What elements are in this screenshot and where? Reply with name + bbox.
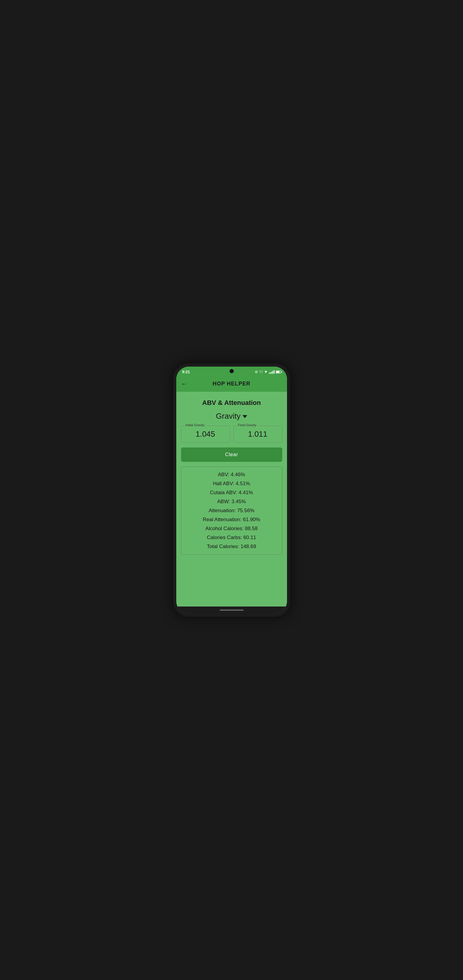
result-row: Hall ABV: 4.51% — [185, 481, 278, 487]
result-row: Total Calories: 148.69 — [185, 544, 278, 550]
signal-bars-icon — [269, 370, 274, 374]
home-indicator — [220, 609, 244, 611]
final-gravity-label: Final Gravity — [237, 423, 258, 427]
phone-screen: 9:21 ⚙ 🛡 ▼ — [176, 367, 287, 614]
status-icons: ⚙ 🛡 ▼ — [255, 370, 281, 374]
initial-gravity-value[interactable]: 1.045 — [185, 428, 226, 440]
section-title: ABV & Attenuation — [202, 399, 261, 407]
result-row: Attenuation: 75.56% — [185, 508, 278, 514]
gravity-dropdown-label: Gravity — [216, 412, 240, 421]
final-gravity-value[interactable]: 1.011 — [237, 428, 278, 440]
app-top-bar: ← HOP HELPER — [176, 376, 287, 392]
content-area: ABV & Attenuation Gravity Initial Gravit… — [176, 392, 287, 606]
phone-frame: 9:21 ⚙ 🛡 ▼ — [173, 364, 290, 617]
final-gravity-field[interactable]: Final Gravity 1.011 — [233, 426, 282, 443]
back-button[interactable]: ← — [181, 380, 188, 388]
chevron-down-icon — [243, 415, 247, 418]
result-row: Calories Carbs: 60.11 — [185, 535, 278, 541]
shield-icon: 🛡 — [259, 370, 263, 374]
result-row: ABW: 3.45% — [185, 499, 278, 505]
battery-icon — [276, 371, 281, 374]
wifi-icon: ▼ — [264, 370, 268, 374]
status-time: 9:21 — [182, 370, 190, 374]
result-row: ABV: 4.46% — [185, 472, 278, 478]
result-row: Real Attenuation: 61.90% — [185, 517, 278, 523]
inputs-row: Initial Gravity 1.045 Final Gravity 1.01… — [181, 426, 282, 443]
bottom-bar — [176, 606, 287, 614]
settings-icon: ⚙ — [255, 370, 258, 374]
initial-gravity-field[interactable]: Initial Gravity 1.045 — [181, 426, 230, 443]
result-row: Alcohol Calories: 88.58 — [185, 526, 278, 531]
app-title: HOP HELPER — [212, 381, 251, 387]
gravity-dropdown[interactable]: Gravity — [216, 412, 247, 421]
results-box: ABV: 4.46%Hall ABV: 4.51%Cutaia ABV: 4.4… — [181, 467, 282, 555]
clear-button[interactable]: Clear — [181, 447, 282, 462]
camera-notch — [230, 369, 234, 373]
initial-gravity-label: Initial Gravity — [184, 423, 206, 427]
result-row: Cutaia ABV: 4.41% — [185, 490, 278, 496]
